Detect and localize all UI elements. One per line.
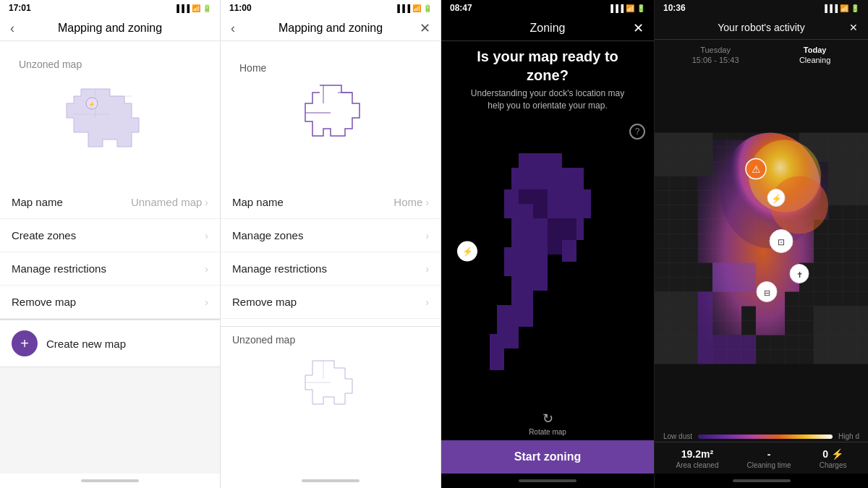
activity-title: Your robot's activity xyxy=(718,22,804,33)
menu-map-name-2[interactable]: Map name Home › xyxy=(221,186,441,219)
svg-text:✝: ✝ xyxy=(796,270,803,279)
menu-section-2: Map name Home › Manage zones › Manage re… xyxy=(221,186,441,326)
menu-remove-map-1[interactable]: Remove map › xyxy=(0,286,220,319)
stat-time: - Cleaning time xyxy=(746,448,791,469)
svg-marker-0 xyxy=(67,89,139,147)
rotate-label: Rotate map xyxy=(529,428,566,436)
svg-text:⊟: ⊟ xyxy=(764,288,770,297)
unzoned-map-svg: ⚡ xyxy=(52,74,168,168)
tuesday-time: 15:06 - 15:43 xyxy=(692,56,739,64)
unzoned-label: Unzoned map xyxy=(7,59,213,70)
back-button-2[interactable]: ‹ xyxy=(231,21,235,36)
chevron-icon-5: › xyxy=(425,197,429,208)
chevron-icon: › xyxy=(205,197,208,208)
svg-rect-49 xyxy=(814,307,868,364)
unzoned-bottom-label: Unzoned map xyxy=(232,334,429,346)
svg-rect-47 xyxy=(828,162,868,205)
chevron-icon-8: › xyxy=(425,296,429,308)
panel-activity: 10:36 ▐▐▐ 📶 🔋 Your robot's activity ✕ Tu… xyxy=(655,0,868,488)
home-bar-1 xyxy=(81,479,139,482)
charges-label: Charges xyxy=(820,461,847,469)
home-indicator-1 xyxy=(0,474,220,488)
map-label-1: Unzoned map ⚡ xyxy=(7,59,213,168)
menu-manage-restrictions-2[interactable]: Manage restrictions › xyxy=(221,252,441,286)
dock-icon: ⚡ xyxy=(462,247,473,257)
menu-remove-map-2[interactable]: Remove map › xyxy=(221,286,441,319)
home-indicator-2 xyxy=(221,474,441,488)
menu-create-zones-1[interactable]: Create zones › xyxy=(0,219,220,252)
area-label: Area cleaned xyxy=(676,461,719,469)
time-1: 17:01 xyxy=(9,3,31,13)
home-indicator-4 xyxy=(655,474,868,488)
panel-home: 11:00 ▐▐▐ 📶 🔋 ‹ Mapping and zoning ✕ Hom… xyxy=(221,0,441,488)
time-label: Cleaning time xyxy=(746,461,791,469)
time-4: 10:36 xyxy=(663,3,686,13)
header-title-1: Mapping and zoning xyxy=(58,22,162,35)
create-map-label: Create new map xyxy=(46,338,126,350)
charges-value: 0 ⚡ xyxy=(822,448,843,460)
status-bar-4: 10:36 ▐▐▐ 📶 🔋 xyxy=(655,0,868,16)
stat-charges: 0 ⚡ Charges xyxy=(820,448,847,469)
tuesday-label: Tuesday xyxy=(700,46,731,54)
status-bar-2: 11:00 ▐▐▐ 📶 🔋 xyxy=(221,0,441,16)
stats-row: 19.2m² Area cleaned - Cleaning time 0 ⚡ … xyxy=(655,442,868,474)
svg-text:⚡: ⚡ xyxy=(771,193,782,204)
time-3: 08:47 xyxy=(450,3,472,13)
chevron-icon-3: › xyxy=(205,263,208,275)
area-value: 19.2m² xyxy=(681,448,713,460)
today-time: Cleaning xyxy=(799,56,830,64)
day-tuesday: Tuesday 15:06 - 15:43 xyxy=(692,46,739,64)
svg-text:⚠: ⚠ xyxy=(752,163,761,175)
svg-marker-65 xyxy=(712,263,756,292)
home-indicator-3 xyxy=(441,474,654,488)
chevron-icon-4: › xyxy=(205,296,208,308)
create-map-area[interactable]: + Create new map xyxy=(0,320,220,367)
close-button-3[interactable]: ✕ xyxy=(633,20,644,36)
map-visual-2-wrap: Home xyxy=(228,62,433,165)
svg-rect-45 xyxy=(655,133,712,176)
rotate-icon: ↻ xyxy=(542,411,553,427)
zoning-map-svg xyxy=(475,146,620,377)
map-visual-1: ⚡ xyxy=(7,74,213,168)
menu-map-name-1[interactable]: Map name Unnamed map › xyxy=(0,186,220,219)
low-dust-label: Low dust xyxy=(663,432,692,440)
chevron-icon-2: › xyxy=(205,230,208,241)
svg-rect-48 xyxy=(655,292,698,364)
status-icons-3: ▐▐▐ 📶 🔋 xyxy=(608,4,645,12)
chevron-icon-6: › xyxy=(425,230,429,241)
menu-manage-zones-2[interactable]: Manage zones › xyxy=(221,219,441,252)
rotate-area[interactable]: ↻ Rotate map xyxy=(441,406,654,440)
zoning-header-title: Zoning xyxy=(530,22,566,35)
home-map-svg xyxy=(284,78,378,165)
dock-pin: ⚡ xyxy=(457,241,477,262)
svg-marker-12 xyxy=(490,153,591,370)
svg-text:⚡: ⚡ xyxy=(88,100,95,108)
heatmap-svg: ⚠ ⚡ ⊡ ⊟ ✝ xyxy=(655,67,868,429)
close-button-2[interactable]: ✕ xyxy=(420,20,430,36)
activity-days: Tuesday 15:06 - 15:43 Today Cleaning xyxy=(655,40,868,67)
time-2: 11:00 xyxy=(229,3,252,13)
back-button-1[interactable]: ‹ xyxy=(10,21,14,36)
heatmap-area: ⚠ ⚡ ⊡ ⊟ ✝ xyxy=(655,67,868,429)
svg-text:⊡: ⊡ xyxy=(778,237,785,247)
start-zoning-button[interactable]: Start zoning xyxy=(441,440,654,474)
close-button-4[interactable]: ✕ xyxy=(849,22,858,33)
map-area-2: Home xyxy=(221,41,441,186)
activity-content: 10:36 ▐▐▐ 📶 🔋 Your robot's activity ✕ Tu… xyxy=(655,0,868,488)
create-circle-btn[interactable]: + xyxy=(12,330,38,356)
map-area-1: Unzoned map ⚡ xyxy=(0,41,220,186)
header-title-2: Mapping and zoning xyxy=(278,22,383,35)
map-visual-2 xyxy=(228,78,433,165)
chevron-icon-7: › xyxy=(425,263,429,275)
panel-unzoned: 17:01 ▐▐▐ 📶 🔋 ‹ Mapping and zoning Unzon… xyxy=(0,0,221,488)
time-value: - xyxy=(767,448,771,460)
header-2: ‹ Mapping and zoning ✕ xyxy=(221,16,441,41)
status-bar-1: 17:01 ▐▐▐ 📶 🔋 xyxy=(0,0,220,16)
status-icons-2: ▐▐▐ 📶 🔋 xyxy=(395,4,432,12)
header-3: Zoning ✕ xyxy=(441,16,654,41)
legend-bar: Low dust High d xyxy=(655,429,868,442)
home-label: Home xyxy=(228,62,433,74)
zoning-subtitle: Understanding your dock's location may h… xyxy=(441,87,654,118)
menu-manage-restrictions-1[interactable]: Manage restrictions › xyxy=(0,252,220,286)
help-icon[interactable]: ? xyxy=(629,124,645,140)
